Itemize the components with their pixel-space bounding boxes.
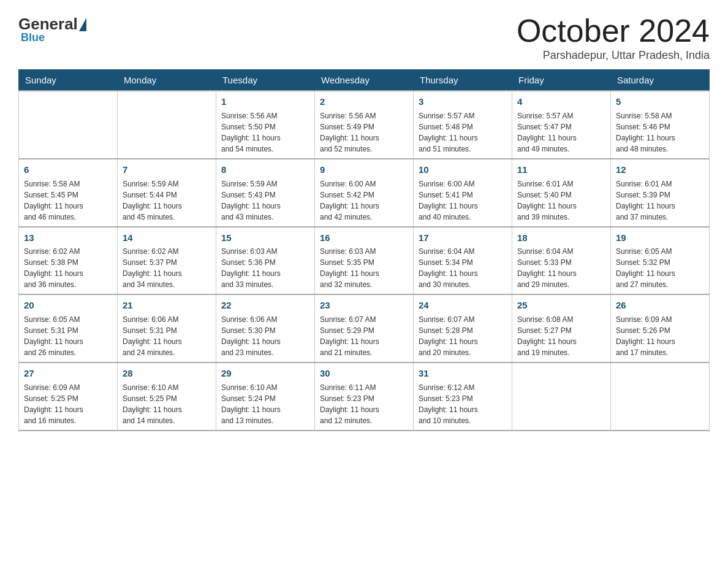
calendar-cell: 22Sunrise: 6:06 AM Sunset: 5:30 PM Dayli… [216,294,315,362]
day-number: 3 [419,95,507,109]
day-number: 19 [616,231,704,245]
calendar-cell [512,362,611,431]
day-number: 12 [616,163,704,177]
column-header-friday: Friday [512,70,611,91]
day-info: Sunrise: 6:09 AM Sunset: 5:25 PM Dayligh… [24,382,112,426]
day-info: Sunrise: 6:07 AM Sunset: 5:29 PM Dayligh… [320,314,408,358]
calendar-cell: 8Sunrise: 5:59 AM Sunset: 5:43 PM Daylig… [216,159,315,227]
calendar-cell: 1Sunrise: 5:56 AM Sunset: 5:50 PM Daylig… [216,91,315,159]
day-number: 9 [320,163,408,177]
day-info: Sunrise: 6:00 AM Sunset: 5:41 PM Dayligh… [419,178,507,223]
day-number: 28 [123,367,211,380]
day-info: Sunrise: 5:58 AM Sunset: 5:45 PM Dayligh… [24,178,112,223]
calendar-cell: 14Sunrise: 6:02 AM Sunset: 5:37 PM Dayli… [118,227,216,295]
calendar-week-row: 1Sunrise: 5:56 AM Sunset: 5:50 PM Daylig… [19,91,710,159]
day-number: 5 [616,95,704,109]
day-info: Sunrise: 6:10 AM Sunset: 5:24 PM Dayligh… [221,382,309,426]
title-area: October 2024 Parshadepur, Uttar Pradesh,… [517,15,710,62]
day-info: Sunrise: 6:05 AM Sunset: 5:31 PM Dayligh… [24,314,112,358]
calendar-header-row: SundayMondayTuesdayWednesdayThursdayFrid… [19,70,710,91]
day-info: Sunrise: 6:11 AM Sunset: 5:23 PM Dayligh… [320,382,408,426]
day-number: 29 [221,367,309,380]
day-info: Sunrise: 6:03 AM Sunset: 5:35 PM Dayligh… [320,246,408,290]
day-info: Sunrise: 6:09 AM Sunset: 5:26 PM Dayligh… [616,314,704,358]
calendar-cell [19,91,118,159]
calendar-cell: 23Sunrise: 6:07 AM Sunset: 5:29 PM Dayli… [315,294,414,362]
calendar-cell: 27Sunrise: 6:09 AM Sunset: 5:25 PM Dayli… [19,362,118,431]
calendar-cell: 2Sunrise: 5:56 AM Sunset: 5:49 PM Daylig… [315,91,414,159]
day-info: Sunrise: 5:59 AM Sunset: 5:44 PM Dayligh… [123,178,211,223]
day-number: 20 [24,299,112,312]
day-number: 1 [221,95,309,109]
day-info: Sunrise: 5:57 AM Sunset: 5:47 PM Dayligh… [517,110,605,155]
day-info: Sunrise: 6:02 AM Sunset: 5:37 PM Dayligh… [123,246,211,290]
calendar-cell: 21Sunrise: 6:06 AM Sunset: 5:31 PM Dayli… [118,294,216,362]
day-number: 6 [24,163,112,177]
day-info: Sunrise: 6:01 AM Sunset: 5:39 PM Dayligh… [616,178,704,223]
location-title: Parshadepur, Uttar Pradesh, India [517,49,710,62]
calendar-cell: 4Sunrise: 5:57 AM Sunset: 5:47 PM Daylig… [512,91,611,159]
calendar-cell: 3Sunrise: 5:57 AM Sunset: 5:48 PM Daylig… [414,91,512,159]
column-header-saturday: Saturday [611,70,710,91]
calendar-cell: 9Sunrise: 6:00 AM Sunset: 5:42 PM Daylig… [315,159,414,227]
calendar-cell: 30Sunrise: 6:11 AM Sunset: 5:23 PM Dayli… [315,362,414,431]
calendar-cell: 19Sunrise: 6:05 AM Sunset: 5:32 PM Dayli… [611,227,710,295]
column-header-sunday: Sunday [19,70,118,91]
column-header-tuesday: Tuesday [216,70,315,91]
column-header-thursday: Thursday [414,70,512,91]
calendar-week-row: 27Sunrise: 6:09 AM Sunset: 5:25 PM Dayli… [19,362,710,431]
day-number: 23 [320,299,408,312]
month-title: October 2024 [517,15,710,47]
day-info: Sunrise: 6:06 AM Sunset: 5:31 PM Dayligh… [123,314,211,358]
column-header-monday: Monday [118,70,216,91]
calendar-cell: 15Sunrise: 6:03 AM Sunset: 5:36 PM Dayli… [216,227,315,295]
calendar-week-row: 20Sunrise: 6:05 AM Sunset: 5:31 PM Dayli… [19,294,710,362]
calendar-cell: 18Sunrise: 6:04 AM Sunset: 5:33 PM Dayli… [512,227,611,295]
day-info: Sunrise: 5:58 AM Sunset: 5:46 PM Dayligh… [616,110,704,155]
day-info: Sunrise: 6:04 AM Sunset: 5:33 PM Dayligh… [517,246,605,290]
day-info: Sunrise: 6:10 AM Sunset: 5:25 PM Dayligh… [123,382,211,426]
day-info: Sunrise: 5:56 AM Sunset: 5:49 PM Dayligh… [320,110,408,155]
calendar-cell: 17Sunrise: 6:04 AM Sunset: 5:34 PM Dayli… [414,227,512,295]
page-header: General Blue October 2024 Parshadepur, U… [18,15,710,62]
calendar-week-row: 6Sunrise: 5:58 AM Sunset: 5:45 PM Daylig… [19,159,710,227]
calendar-cell: 24Sunrise: 6:07 AM Sunset: 5:28 PM Dayli… [414,294,512,362]
day-number: 26 [616,299,704,312]
calendar-cell: 31Sunrise: 6:12 AM Sunset: 5:23 PM Dayli… [414,362,512,431]
calendar-cell: 5Sunrise: 5:58 AM Sunset: 5:46 PM Daylig… [611,91,710,159]
day-info: Sunrise: 6:05 AM Sunset: 5:32 PM Dayligh… [616,246,704,290]
calendar-cell: 28Sunrise: 6:10 AM Sunset: 5:25 PM Dayli… [118,362,216,431]
day-info: Sunrise: 6:07 AM Sunset: 5:28 PM Dayligh… [419,314,507,358]
day-info: Sunrise: 6:01 AM Sunset: 5:40 PM Dayligh… [517,178,605,223]
day-number: 31 [419,367,507,380]
day-number: 4 [517,95,605,109]
day-number: 14 [123,231,211,245]
day-info: Sunrise: 5:56 AM Sunset: 5:50 PM Dayligh… [221,110,309,155]
calendar-cell: 6Sunrise: 5:58 AM Sunset: 5:45 PM Daylig… [19,159,118,227]
calendar-cell: 29Sunrise: 6:10 AM Sunset: 5:24 PM Dayli… [216,362,315,431]
calendar-cell [611,362,710,431]
calendar-cell: 11Sunrise: 6:01 AM Sunset: 5:40 PM Dayli… [512,159,611,227]
day-info: Sunrise: 6:00 AM Sunset: 5:42 PM Dayligh… [320,178,408,223]
calendar-cell: 10Sunrise: 6:00 AM Sunset: 5:41 PM Dayli… [414,159,512,227]
day-info: Sunrise: 6:06 AM Sunset: 5:30 PM Dayligh… [221,314,309,358]
day-info: Sunrise: 5:59 AM Sunset: 5:43 PM Dayligh… [221,178,309,223]
day-number: 22 [221,299,309,312]
logo-blue-text: Blue [21,31,45,44]
day-info: Sunrise: 6:04 AM Sunset: 5:34 PM Dayligh… [419,246,507,290]
day-number: 2 [320,95,408,109]
calendar-table: SundayMondayTuesdayWednesdayThursdayFrid… [18,69,710,431]
calendar-week-row: 13Sunrise: 6:02 AM Sunset: 5:38 PM Dayli… [19,227,710,295]
day-number: 10 [419,163,507,177]
day-number: 16 [320,231,408,245]
day-number: 17 [419,231,507,245]
day-info: Sunrise: 6:12 AM Sunset: 5:23 PM Dayligh… [419,382,507,426]
day-info: Sunrise: 6:03 AM Sunset: 5:36 PM Dayligh… [221,246,309,290]
calendar-cell: 16Sunrise: 6:03 AM Sunset: 5:35 PM Dayli… [315,227,414,295]
logo: General Blue [18,15,88,44]
day-number: 18 [517,231,605,245]
day-number: 27 [24,367,112,380]
calendar-cell: 25Sunrise: 6:08 AM Sunset: 5:27 PM Dayli… [512,294,611,362]
calendar-cell [118,91,216,159]
logo-triangle-icon [79,18,86,31]
